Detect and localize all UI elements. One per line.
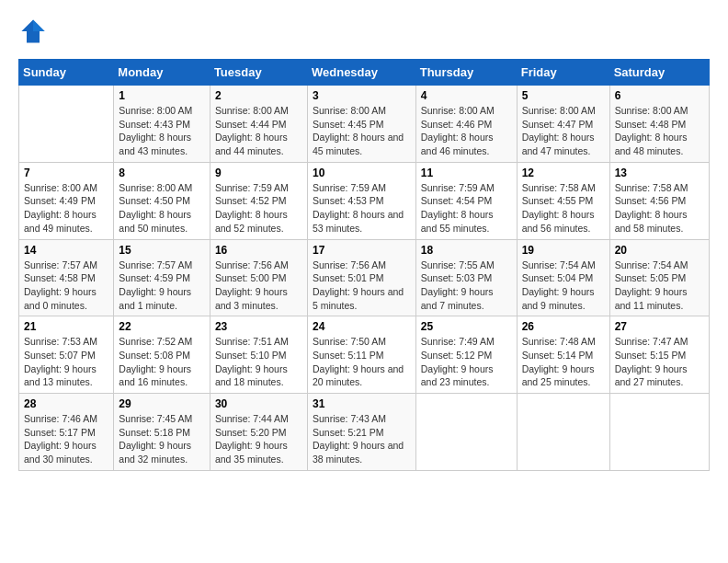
day-number: 13 [615, 167, 704, 179]
calendar-cell: 18 Sunrise: 7:55 AMSunset: 5:03 PMDaylig… [415, 239, 517, 316]
day-detail: Sunrise: 8:00 AMSunset: 4:46 PMDaylight:… [421, 104, 512, 158]
calendar-cell: 4 Sunrise: 8:00 AMSunset: 4:46 PMDayligh… [415, 86, 517, 163]
day-number: 11 [421, 167, 512, 179]
day-number: 4 [421, 89, 512, 102]
logo-icon [20, 18, 46, 44]
day-detail: Sunrise: 7:59 AMSunset: 4:53 PMDaylight:… [313, 181, 411, 236]
day-detail: Sunrise: 7:46 AMSunset: 5:17 PMDaylight:… [24, 412, 108, 466]
calendar-cell: 3 Sunrise: 8:00 AMSunset: 4:45 PMDayligh… [307, 86, 415, 163]
weekday-header-saturday: Saturday [609, 60, 709, 86]
day-detail: Sunrise: 7:43 AMSunset: 5:21 PMDaylight:… [313, 412, 411, 466]
weekday-header-monday: Monday [114, 60, 210, 86]
day-number: 9 [215, 167, 302, 179]
calendar-cell: 12 Sunrise: 7:58 AMSunset: 4:55 PMDaylig… [517, 162, 609, 239]
calendar-cell: 22 Sunrise: 7:52 AMSunset: 5:08 PMDaylig… [114, 316, 210, 394]
day-number: 3 [313, 89, 411, 102]
calendar-cell: 19 Sunrise: 7:54 AMSunset: 5:04 PMDaylig… [517, 239, 609, 316]
day-number: 18 [421, 244, 512, 257]
day-number: 7 [24, 167, 108, 179]
calendar-week-3: 14 Sunrise: 7:57 AMSunset: 4:58 PMDaylig… [19, 239, 710, 316]
calendar-cell: 5 Sunrise: 8:00 AMSunset: 4:47 PMDayligh… [517, 86, 609, 163]
calendar-cell: 10 Sunrise: 7:59 AMSunset: 4:53 PMDaylig… [307, 162, 415, 239]
calendar-cell: 20 Sunrise: 7:54 AMSunset: 5:05 PMDaylig… [609, 239, 709, 316]
calendar-cell: 14 Sunrise: 7:57 AMSunset: 4:58 PMDaylig… [19, 239, 114, 316]
day-number: 8 [119, 167, 205, 179]
calendar-cell [415, 394, 517, 471]
calendar-week-2: 7 Sunrise: 8:00 AMSunset: 4:49 PMDayligh… [19, 162, 710, 239]
calendar-cell: 31 Sunrise: 7:43 AMSunset: 5:21 PMDaylig… [307, 394, 415, 471]
calendar-cell [517, 394, 609, 471]
calendar-cell: 13 Sunrise: 7:58 AMSunset: 4:56 PMDaylig… [609, 162, 709, 239]
day-detail: Sunrise: 7:57 AMSunset: 4:59 PMDaylight:… [119, 259, 205, 313]
day-number: 20 [615, 244, 704, 257]
day-detail: Sunrise: 7:47 AMSunset: 5:15 PMDaylight:… [615, 335, 704, 389]
day-detail: Sunrise: 8:00 AMSunset: 4:50 PMDaylight:… [119, 181, 205, 236]
day-detail: Sunrise: 7:58 AMSunset: 4:55 PMDaylight:… [522, 181, 605, 236]
day-number: 31 [313, 397, 411, 410]
day-detail: Sunrise: 7:44 AMSunset: 5:20 PMDaylight:… [215, 412, 302, 466]
day-number: 21 [24, 320, 108, 333]
day-detail: Sunrise: 7:54 AMSunset: 5:04 PMDaylight:… [522, 259, 605, 313]
calendar-cell: 16 Sunrise: 7:56 AMSunset: 5:00 PMDaylig… [210, 239, 307, 316]
day-detail: Sunrise: 7:57 AMSunset: 4:58 PMDaylight:… [24, 259, 108, 313]
calendar-cell: 8 Sunrise: 8:00 AMSunset: 4:50 PMDayligh… [114, 162, 210, 239]
day-number: 10 [313, 167, 411, 179]
calendar-cell: 11 Sunrise: 7:59 AMSunset: 4:54 PMDaylig… [415, 162, 517, 239]
calendar-cell: 25 Sunrise: 7:49 AMSunset: 5:12 PMDaylig… [415, 316, 517, 394]
day-detail: Sunrise: 7:45 AMSunset: 5:18 PMDaylight:… [119, 412, 205, 466]
weekday-header-wednesday: Wednesday [307, 60, 415, 86]
calendar-cell: 26 Sunrise: 7:48 AMSunset: 5:14 PMDaylig… [517, 316, 609, 394]
day-number: 25 [421, 320, 512, 333]
day-detail: Sunrise: 7:59 AMSunset: 4:52 PMDaylight:… [215, 181, 302, 236]
day-detail: Sunrise: 7:56 AMSunset: 5:01 PMDaylight:… [313, 259, 411, 313]
calendar-cell: 1 Sunrise: 8:00 AMSunset: 4:43 PMDayligh… [114, 86, 210, 163]
day-number: 29 [119, 397, 205, 410]
day-number: 12 [522, 167, 605, 179]
day-detail: Sunrise: 8:00 AMSunset: 4:45 PMDaylight:… [313, 104, 411, 158]
day-number: 14 [24, 244, 108, 257]
calendar-cell: 23 Sunrise: 7:51 AMSunset: 5:10 PMDaylig… [210, 316, 307, 394]
calendar-table: SundayMondayTuesdayWednesdayThursdayFrid… [18, 59, 710, 471]
calendar-cell: 21 Sunrise: 7:53 AMSunset: 5:07 PMDaylig… [19, 316, 114, 394]
day-detail: Sunrise: 7:52 AMSunset: 5:08 PMDaylight:… [119, 335, 205, 389]
weekday-header-friday: Friday [517, 60, 609, 86]
calendar-cell: 15 Sunrise: 7:57 AMSunset: 4:59 PMDaylig… [114, 239, 210, 316]
calendar-cell: 6 Sunrise: 8:00 AMSunset: 4:48 PMDayligh… [609, 86, 709, 163]
day-detail: Sunrise: 7:49 AMSunset: 5:12 PMDaylight:… [421, 335, 512, 389]
day-detail: Sunrise: 7:50 AMSunset: 5:11 PMDaylight:… [313, 335, 411, 389]
calendar-cell: 27 Sunrise: 7:47 AMSunset: 5:15 PMDaylig… [609, 316, 709, 394]
day-detail: Sunrise: 7:54 AMSunset: 5:05 PMDaylight:… [615, 259, 704, 313]
page-header [18, 18, 710, 44]
day-number: 26 [522, 320, 605, 333]
calendar-cell: 9 Sunrise: 7:59 AMSunset: 4:52 PMDayligh… [210, 162, 307, 239]
day-detail: Sunrise: 8:00 AMSunset: 4:48 PMDaylight:… [615, 104, 704, 158]
day-detail: Sunrise: 8:00 AMSunset: 4:44 PMDaylight:… [215, 104, 302, 158]
day-detail: Sunrise: 8:00 AMSunset: 4:43 PMDaylight:… [119, 104, 205, 158]
day-number: 17 [313, 244, 411, 257]
day-number: 27 [615, 320, 704, 333]
calendar-cell: 2 Sunrise: 8:00 AMSunset: 4:44 PMDayligh… [210, 86, 307, 163]
svg-marker-1 [33, 19, 45, 31]
day-number: 15 [119, 244, 205, 257]
calendar-cell: 7 Sunrise: 8:00 AMSunset: 4:49 PMDayligh… [19, 162, 114, 239]
calendar-cell [609, 394, 709, 471]
day-detail: Sunrise: 7:59 AMSunset: 4:54 PMDaylight:… [421, 181, 512, 236]
day-number: 19 [522, 244, 605, 257]
calendar-cell [19, 86, 114, 163]
calendar-cell: 30 Sunrise: 7:44 AMSunset: 5:20 PMDaylig… [210, 394, 307, 471]
logo [18, 18, 46, 44]
day-number: 28 [24, 397, 108, 410]
day-detail: Sunrise: 7:51 AMSunset: 5:10 PMDaylight:… [215, 335, 302, 389]
day-detail: Sunrise: 7:56 AMSunset: 5:00 PMDaylight:… [215, 259, 302, 313]
weekday-header-tuesday: Tuesday [210, 60, 307, 86]
day-detail: Sunrise: 7:58 AMSunset: 4:56 PMDaylight:… [615, 181, 704, 236]
day-number: 24 [313, 320, 411, 333]
day-detail: Sunrise: 7:55 AMSunset: 5:03 PMDaylight:… [421, 259, 512, 313]
calendar-cell: 28 Sunrise: 7:46 AMSunset: 5:17 PMDaylig… [19, 394, 114, 471]
day-number: 5 [522, 89, 605, 102]
day-number: 6 [615, 89, 704, 102]
calendar-week-4: 21 Sunrise: 7:53 AMSunset: 5:07 PMDaylig… [19, 316, 710, 394]
calendar-header-row: SundayMondayTuesdayWednesdayThursdayFrid… [19, 60, 710, 86]
day-detail: Sunrise: 7:48 AMSunset: 5:14 PMDaylight:… [522, 335, 605, 389]
calendar-week-1: 1 Sunrise: 8:00 AMSunset: 4:43 PMDayligh… [19, 86, 710, 163]
